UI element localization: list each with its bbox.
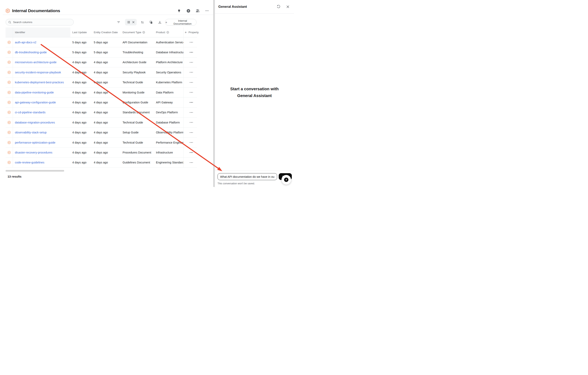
question-mark-icon: ?: [284, 177, 288, 182]
row-more-actions-button[interactable]: [189, 81, 194, 84]
row-asset-icon-cell: K: [6, 88, 13, 97]
chat-input[interactable]: [218, 173, 277, 180]
asset-icon: K: [8, 80, 11, 84]
row-more-actions-button[interactable]: [189, 41, 194, 44]
row-identifier-cell: kubernetes-deployment-best-practices: [13, 77, 70, 87]
search-input[interactable]: [13, 21, 71, 24]
asset-icon: K: [8, 51, 11, 54]
svg-text:K: K: [9, 132, 10, 133]
row-identifier-link[interactable]: disaster-recovery-procedures: [15, 151, 52, 154]
info-icon[interactable]: [142, 31, 145, 33]
row-identifier-link[interactable]: microservices-architecture-guide: [15, 61, 57, 64]
row-more-actions-button[interactable]: [189, 161, 194, 164]
row-actions-cell: [183, 148, 197, 157]
play-circle-icon[interactable]: [186, 9, 190, 13]
plug-icon[interactable]: [177, 9, 181, 13]
row-identifier-link[interactable]: data-pipeline-monitoring-guide: [15, 91, 54, 94]
row-asset-icon-cell: K: [6, 108, 13, 117]
conversation-disclaimer: This conversation won't be saved.: [218, 182, 255, 185]
row-identifier-cell: observability-stack-setup: [13, 128, 70, 137]
row-identifier-link[interactable]: security-incident-response-playbook: [15, 71, 61, 74]
help-button[interactable]: ?: [282, 175, 291, 185]
add-property-button[interactable]: + Property: [183, 27, 197, 37]
svg-text:K: K: [7, 10, 8, 12]
row-document-type: API Documentation: [121, 37, 154, 47]
row-identifier-link[interactable]: ci-cd-pipeline-standards: [15, 111, 45, 114]
assistant-title: General Assistant: [218, 5, 247, 9]
search-box[interactable]: [6, 19, 74, 25]
row-more-actions-button[interactable]: [189, 131, 194, 134]
row-more-actions-button[interactable]: [189, 61, 194, 64]
table-row: K microservices-architecture-guide 4 day…: [6, 57, 197, 67]
row-asset-icon-cell: K: [6, 118, 13, 127]
row-document-type: Security Playbook: [121, 67, 154, 77]
asset-icon: K: [8, 121, 11, 124]
column-header-identifier[interactable]: Identifier: [13, 27, 70, 37]
horizontal-scrollbar[interactable]: [6, 170, 64, 172]
row-more-actions-button[interactable]: [189, 151, 194, 154]
plus-icon: +: [185, 31, 187, 34]
row-identifier-link[interactable]: observability-stack-setup: [15, 131, 47, 134]
download-icon[interactable]: [157, 20, 162, 25]
svg-text:K: K: [9, 92, 10, 93]
row-last-update: 4 days ago: [70, 138, 92, 147]
row-more-actions-button[interactable]: [189, 101, 194, 104]
row-identifier-cell: performance-optimization-guide: [13, 138, 70, 147]
row-actions-cell: [183, 77, 197, 87]
row-document-type: Technical Guide: [121, 138, 154, 147]
info-icon[interactable]: [167, 31, 169, 33]
row-asset-icon-cell: K: [6, 158, 13, 167]
column-header-last-update[interactable]: Last Update: [70, 27, 92, 37]
row-entity-creation-date: 5 days ago: [92, 47, 121, 57]
row-asset-icon-cell: K: [6, 37, 13, 47]
row-asset-icon-cell: K: [6, 77, 13, 87]
row-identifier-link[interactable]: kubernetes-deployment-best-practices: [15, 81, 64, 84]
column-header-entity-creation-date[interactable]: Entity Creation Date: [92, 27, 121, 37]
column-header-document-type[interactable]: Document Type: [121, 27, 154, 37]
row-more-actions-button[interactable]: [189, 71, 194, 74]
row-more-actions-button[interactable]: [189, 51, 194, 54]
add-internal-documentation-button[interactable]: + Internal Documentation: [165, 19, 197, 26]
row-document-type: Procedures Document: [121, 148, 154, 157]
header-icon-cell: [6, 27, 13, 37]
table-row: K db-troubleshooting-guide 5 days ago 5 …: [6, 47, 197, 57]
row-more-actions-button[interactable]: [189, 91, 194, 94]
page: K Internal Documentations: [0, 0, 294, 188]
row-actions-cell: [183, 57, 197, 67]
row-identifier-cell: db-troubleshooting-guide: [13, 47, 70, 57]
table-row: K observability-stack-setup 4 days ago 4…: [6, 128, 197, 138]
table-header-row: Identifier Last Update Entity Creation D…: [6, 27, 197, 37]
copy-icon[interactable]: [148, 20, 154, 25]
row-identifier-link[interactable]: api-gateway-configuration-guide: [15, 101, 56, 104]
filter-icon[interactable]: [116, 20, 121, 25]
close-icon[interactable]: [286, 5, 290, 9]
column-header-product[interactable]: Product: [154, 27, 183, 37]
table-row: K auth-api-docs-v2 5 days ago 5 days ago…: [6, 37, 197, 47]
row-identifier-link[interactable]: db-troubleshooting-guide: [15, 51, 47, 54]
row-identifier-cell: database-migration-procedures: [13, 118, 70, 127]
row-more-actions-button[interactable]: [189, 111, 194, 114]
table-row: K performance-optimization-guide 4 days …: [6, 138, 197, 148]
reset-icon[interactable]: [276, 5, 281, 9]
row-document-type: Configuration Guide: [121, 98, 154, 107]
vertical-scrollbar[interactable]: [213, 0, 215, 187]
app-header: K Internal Documentations: [6, 7, 209, 14]
more-icon[interactable]: [205, 9, 209, 13]
assistant-empty-state: Start a conversation with General Assist…: [215, 86, 294, 99]
row-identifier-cell: microservices-architecture-guide: [13, 57, 70, 67]
row-identifier-cell: security-incident-response-playbook: [13, 67, 70, 77]
row-identifier-link[interactable]: code-review-guidelines: [15, 161, 44, 164]
row-identifier-link[interactable]: database-migration-procedures: [15, 121, 55, 124]
view-toggle[interactable]: [125, 19, 137, 25]
row-document-type: Technical Guide: [121, 118, 154, 127]
row-identifier-link[interactable]: performance-optimization-guide: [15, 141, 55, 144]
svg-text:K: K: [9, 62, 10, 63]
row-more-actions-button[interactable]: [189, 141, 194, 144]
row-last-update: 4 days ago: [70, 108, 92, 117]
row-product: Platform Architecture: [154, 57, 183, 67]
row-identifier-link[interactable]: auth-api-docs-v2: [15, 41, 36, 44]
row-more-actions-button[interactable]: [189, 121, 194, 124]
toolbar: + Internal Documentation: [0, 19, 213, 26]
users-icon[interactable]: [195, 9, 200, 13]
sort-vertical-icon[interactable]: [140, 20, 145, 25]
